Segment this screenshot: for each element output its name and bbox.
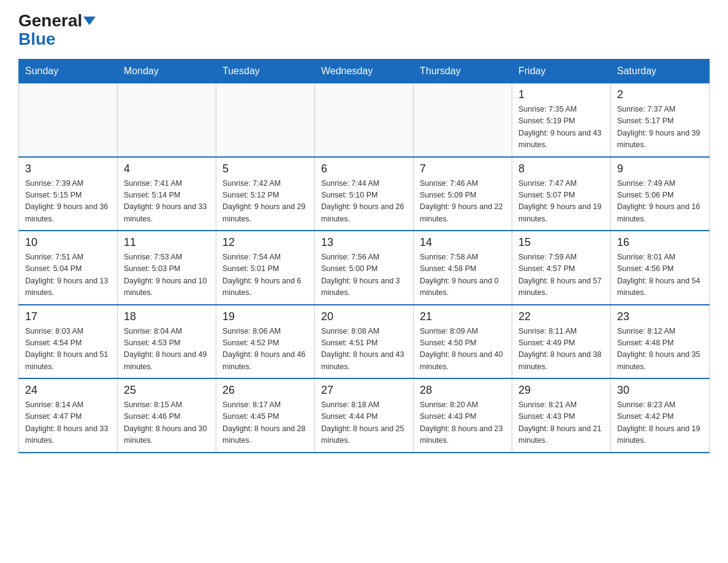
day-info: Sunrise: 8:20 AMSunset: 4:43 PMDaylight:…: [420, 399, 506, 447]
day-number: 7: [420, 163, 506, 175]
day-number: 13: [321, 236, 407, 249]
calendar-week-row: 3Sunrise: 7:39 AMSunset: 5:15 PMDaylight…: [19, 157, 710, 231]
day-info: Sunrise: 7:35 AMSunset: 5:19 PMDaylight:…: [518, 104, 604, 151]
weekday-header-friday: Friday: [512, 59, 611, 83]
day-info: Sunrise: 7:49 AMSunset: 5:06 PMDaylight:…: [617, 178, 703, 226]
day-info: Sunrise: 8:01 AMSunset: 4:56 PMDaylight:…: [617, 251, 703, 299]
calendar-cell: 30Sunrise: 8:23 AMSunset: 4:42 PMDayligh…: [611, 378, 710, 453]
day-number: 25: [124, 384, 210, 397]
logo-general-text: General: [18, 12, 82, 29]
calendar-cell: 8Sunrise: 7:47 AMSunset: 5:07 PMDaylight…: [512, 157, 611, 231]
day-info: Sunrise: 7:53 AMSunset: 5:03 PMDaylight:…: [124, 251, 210, 299]
calendar-cell: 15Sunrise: 7:59 AMSunset: 4:57 PMDayligh…: [512, 231, 611, 305]
day-number: 26: [222, 384, 308, 397]
calendar-cell: 5Sunrise: 7:42 AMSunset: 5:12 PMDaylight…: [216, 157, 315, 231]
weekday-header-thursday: Thursday: [414, 59, 512, 83]
day-number: 30: [617, 384, 703, 397]
calendar-cell: [118, 83, 216, 157]
day-info: Sunrise: 7:37 AMSunset: 5:17 PMDaylight:…: [617, 104, 703, 151]
day-number: 23: [617, 310, 703, 323]
logo-blue-text: Blue: [18, 31, 56, 48]
calendar-cell: 28Sunrise: 8:20 AMSunset: 4:43 PMDayligh…: [414, 378, 512, 453]
calendar-cell: 10Sunrise: 7:51 AMSunset: 5:04 PMDayligh…: [19, 231, 118, 305]
calendar-cell: 16Sunrise: 8:01 AMSunset: 4:56 PMDayligh…: [611, 231, 710, 305]
day-info: Sunrise: 7:42 AMSunset: 5:12 PMDaylight:…: [222, 178, 308, 226]
day-info: Sunrise: 8:11 AMSunset: 4:49 PMDaylight:…: [518, 326, 604, 373]
calendar-cell: 13Sunrise: 7:56 AMSunset: 5:00 PMDayligh…: [315, 231, 414, 305]
calendar-cell: 12Sunrise: 7:54 AMSunset: 5:01 PMDayligh…: [216, 231, 315, 305]
day-number: 8: [518, 163, 604, 175]
day-number: 22: [518, 310, 604, 323]
day-info: Sunrise: 8:15 AMSunset: 4:46 PMDaylight:…: [124, 399, 210, 447]
calendar-cell: 6Sunrise: 7:44 AMSunset: 5:10 PMDaylight…: [315, 157, 414, 231]
day-number: 29: [518, 384, 604, 397]
day-info: Sunrise: 7:47 AMSunset: 5:07 PMDaylight:…: [518, 178, 604, 226]
calendar-cell: 19Sunrise: 8:06 AMSunset: 4:52 PMDayligh…: [216, 305, 315, 379]
calendar-cell: 7Sunrise: 7:46 AMSunset: 5:09 PMDaylight…: [414, 157, 512, 231]
day-number: 10: [25, 236, 111, 249]
calendar-cell: 24Sunrise: 8:14 AMSunset: 4:47 PMDayligh…: [19, 378, 118, 453]
day-number: 9: [617, 163, 703, 175]
day-number: 1: [518, 88, 604, 101]
calendar-cell: 23Sunrise: 8:12 AMSunset: 4:48 PMDayligh…: [611, 305, 710, 379]
logo: General Blue: [18, 12, 96, 48]
calendar-cell: 25Sunrise: 8:15 AMSunset: 4:46 PMDayligh…: [118, 378, 216, 453]
day-info: Sunrise: 7:41 AMSunset: 5:14 PMDaylight:…: [124, 178, 210, 226]
weekday-header-monday: Monday: [118, 59, 216, 83]
calendar-cell: 20Sunrise: 8:08 AMSunset: 4:51 PMDayligh…: [315, 305, 414, 379]
day-number: 17: [25, 310, 111, 323]
calendar-cell: 29Sunrise: 8:21 AMSunset: 4:43 PMDayligh…: [512, 378, 611, 453]
day-info: Sunrise: 7:46 AMSunset: 5:09 PMDaylight:…: [420, 178, 506, 226]
day-number: 6: [321, 163, 407, 175]
day-number: 24: [25, 384, 111, 397]
day-info: Sunrise: 7:51 AMSunset: 5:04 PMDaylight:…: [25, 251, 111, 299]
calendar-cell: 18Sunrise: 8:04 AMSunset: 4:53 PMDayligh…: [118, 305, 216, 379]
day-number: 16: [617, 236, 703, 249]
day-number: 12: [222, 236, 308, 249]
calendar-cell: 21Sunrise: 8:09 AMSunset: 4:50 PMDayligh…: [414, 305, 512, 379]
day-number: 19: [222, 310, 308, 323]
calendar-week-row: 17Sunrise: 8:03 AMSunset: 4:54 PMDayligh…: [19, 305, 710, 379]
calendar-cell: [216, 83, 315, 157]
calendar-cell: 1Sunrise: 7:35 AMSunset: 5:19 PMDaylight…: [512, 83, 611, 157]
calendar-cell: [315, 83, 414, 157]
day-info: Sunrise: 8:04 AMSunset: 4:53 PMDaylight:…: [124, 326, 210, 373]
calendar-week-row: 24Sunrise: 8:14 AMSunset: 4:47 PMDayligh…: [19, 378, 710, 453]
calendar-cell: [414, 83, 512, 157]
weekday-header-wednesday: Wednesday: [315, 59, 414, 83]
day-number: 21: [420, 310, 506, 323]
day-info: Sunrise: 7:39 AMSunset: 5:15 PMDaylight:…: [25, 178, 111, 226]
day-number: 20: [321, 310, 407, 323]
calendar-week-row: 10Sunrise: 7:51 AMSunset: 5:04 PMDayligh…: [19, 231, 710, 305]
day-number: 5: [222, 163, 308, 175]
weekday-header-saturday: Saturday: [611, 59, 710, 83]
day-info: Sunrise: 7:54 AMSunset: 5:01 PMDaylight:…: [222, 251, 308, 299]
logo-triangle-icon: [83, 17, 96, 25]
calendar-cell: 17Sunrise: 8:03 AMSunset: 4:54 PMDayligh…: [19, 305, 118, 379]
calendar-week-row: 1Sunrise: 7:35 AMSunset: 5:19 PMDaylight…: [19, 83, 710, 157]
day-info: Sunrise: 8:03 AMSunset: 4:54 PMDaylight:…: [25, 326, 111, 373]
day-number: 18: [124, 310, 210, 323]
day-info: Sunrise: 7:56 AMSunset: 5:00 PMDaylight:…: [321, 251, 407, 299]
day-number: 27: [321, 384, 407, 397]
calendar-cell: 2Sunrise: 7:37 AMSunset: 5:17 PMDaylight…: [611, 83, 710, 157]
day-info: Sunrise: 7:44 AMSunset: 5:10 PMDaylight:…: [321, 178, 407, 226]
calendar-cell: 9Sunrise: 7:49 AMSunset: 5:06 PMDaylight…: [611, 157, 710, 231]
calendar-cell: 22Sunrise: 8:11 AMSunset: 4:49 PMDayligh…: [512, 305, 611, 379]
weekday-header-tuesday: Tuesday: [216, 59, 315, 83]
day-info: Sunrise: 8:21 AMSunset: 4:43 PMDaylight:…: [518, 399, 604, 447]
day-info: Sunrise: 8:17 AMSunset: 4:45 PMDaylight:…: [222, 399, 308, 447]
day-info: Sunrise: 8:18 AMSunset: 4:44 PMDaylight:…: [321, 399, 407, 447]
calendar-cell: [19, 83, 118, 157]
day-number: 11: [124, 236, 210, 249]
day-info: Sunrise: 8:08 AMSunset: 4:51 PMDaylight:…: [321, 326, 407, 373]
day-info: Sunrise: 8:14 AMSunset: 4:47 PMDaylight:…: [25, 399, 111, 447]
calendar-cell: 27Sunrise: 8:18 AMSunset: 4:44 PMDayligh…: [315, 378, 414, 453]
weekday-header-row: SundayMondayTuesdayWednesdayThursdayFrid…: [19, 59, 710, 83]
day-info: Sunrise: 7:59 AMSunset: 4:57 PMDaylight:…: [518, 251, 604, 299]
day-info: Sunrise: 7:58 AMSunset: 4:58 PMDaylight:…: [420, 251, 506, 299]
weekday-header-sunday: Sunday: [19, 59, 118, 83]
day-number: 3: [25, 163, 111, 175]
calendar-cell: 4Sunrise: 7:41 AMSunset: 5:14 PMDaylight…: [118, 157, 216, 231]
day-number: 2: [617, 88, 703, 101]
